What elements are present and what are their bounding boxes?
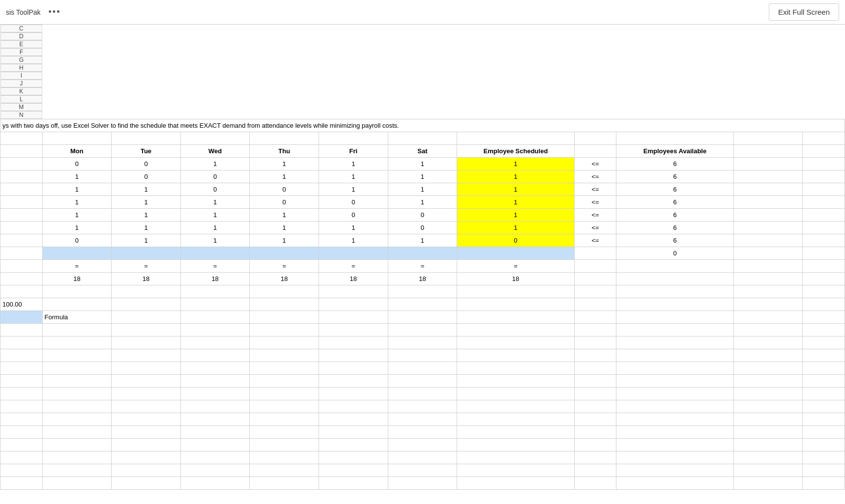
- row3-thu[interactable]: 0: [250, 183, 319, 196]
- eq-j: =: [457, 260, 574, 273]
- row1-wed[interactable]: 1: [180, 158, 250, 170]
- row4-n: [803, 196, 845, 209]
- row4-fri[interactable]: 0: [319, 196, 388, 209]
- row3-emp-sched[interactable]: 1: [457, 183, 574, 196]
- eq-n: [803, 260, 845, 273]
- row4-wed[interactable]: 1: [180, 196, 250, 209]
- row4-sat[interactable]: 1: [388, 196, 457, 209]
- blank-m: [733, 247, 803, 260]
- col-C: C: [0, 25, 43, 32]
- row2-sat[interactable]: 1: [388, 170, 457, 183]
- row7-wed[interactable]: 1: [180, 234, 250, 247]
- col-J: J: [0, 80, 43, 87]
- row3-tue[interactable]: 1: [112, 183, 181, 196]
- tot-l: [616, 273, 733, 285]
- schedule-row-1: 0 0 1 1 1 1 1 <= 6: [0, 158, 845, 170]
- row6-fri[interactable]: 1: [319, 222, 388, 234]
- row3-mon[interactable]: 1: [42, 183, 112, 196]
- tab-label[interactable]: sis ToolPak: [6, 8, 41, 16]
- formula-c: [0, 311, 43, 324]
- row4-emp-sched[interactable]: 1: [457, 196, 574, 209]
- tot-g: 18: [250, 273, 319, 285]
- row2-thu[interactable]: 1: [250, 170, 319, 183]
- row7-emp-sched[interactable]: 0: [457, 234, 574, 247]
- row2-emp-sched[interactable]: 1: [457, 170, 574, 183]
- schedule-row-2: 1 0 0 1 1 1 1 <= 6: [0, 170, 845, 183]
- description-row: ys with two days off, use Excel Solver t…: [0, 119, 845, 132]
- row2-mon[interactable]: 1: [42, 170, 112, 183]
- row5-fri[interactable]: 0: [319, 209, 388, 222]
- row7-lte: <=: [574, 234, 616, 247]
- row6-mon[interactable]: 1: [42, 222, 112, 234]
- row2-tue[interactable]: 0: [112, 170, 181, 183]
- row4-thu[interactable]: 0: [250, 196, 319, 209]
- tot-e: 18: [112, 273, 181, 285]
- row7-fri[interactable]: 1: [319, 234, 388, 247]
- row3-wed[interactable]: 0: [180, 183, 250, 196]
- description-cell: ys with two days off, use Excel Solver t…: [0, 119, 845, 132]
- row7-tue[interactable]: 1: [112, 234, 181, 247]
- formula-m: [733, 311, 803, 324]
- equals-row: = = = = = = =: [0, 260, 845, 273]
- header-n: [803, 145, 845, 158]
- row1-m: [733, 158, 803, 170]
- empty-row-10: [0, 439, 845, 451]
- blank-k: [574, 247, 616, 260]
- row7-sat[interactable]: 1: [388, 234, 457, 247]
- empty-row-5: [0, 375, 845, 388]
- eq-f: =: [180, 260, 250, 273]
- row1-mon[interactable]: 0: [42, 158, 112, 170]
- row2-wed[interactable]: 0: [180, 170, 250, 183]
- row7-c: [0, 234, 43, 247]
- schedule-row-4: 1 1 1 0 0 1 1 <= 6: [0, 196, 845, 209]
- eq-g: =: [250, 260, 319, 273]
- day-header-row: Mon Tue Wed Thu Fri Sat Employee Schedul…: [0, 145, 845, 158]
- row3-fri[interactable]: 1: [319, 183, 388, 196]
- eq-i: =: [388, 260, 457, 273]
- empty-row-3: [0, 349, 845, 362]
- row5-tue[interactable]: 1: [112, 209, 181, 222]
- row3-sat[interactable]: 1: [388, 183, 457, 196]
- row3-c: [0, 183, 43, 196]
- more-dots-icon[interactable]: •••: [49, 7, 61, 17]
- header-c: [0, 145, 43, 158]
- row2-fri[interactable]: 1: [319, 170, 388, 183]
- formula-e: [112, 311, 181, 324]
- row5-mon[interactable]: 1: [42, 209, 112, 222]
- row4-tue[interactable]: 1: [112, 196, 181, 209]
- row5-emp-sched[interactable]: 1: [457, 209, 574, 222]
- spreadsheet: C D E F G H I J K L M N ys with two days…: [0, 25, 845, 490]
- row1-tue[interactable]: 0: [112, 158, 181, 170]
- row6-sat[interactable]: 0: [388, 222, 457, 234]
- row1-thu[interactable]: 1: [250, 158, 319, 170]
- row1-fri[interactable]: 1: [319, 158, 388, 170]
- row5-sat[interactable]: 0: [388, 209, 457, 222]
- cost-j: [457, 298, 574, 311]
- blank-d: [42, 247, 112, 260]
- row5-lte: <=: [574, 209, 616, 222]
- tot-j: 18: [457, 273, 574, 285]
- tot-n: [803, 273, 845, 285]
- blank-f: [180, 247, 250, 260]
- row7-thu[interactable]: 1: [250, 234, 319, 247]
- blank-zero: 0: [616, 247, 733, 260]
- row6-emp-sched[interactable]: 1: [457, 222, 574, 234]
- row2-n: [803, 170, 845, 183]
- row6-tue[interactable]: 1: [112, 222, 181, 234]
- row7-n: [803, 234, 845, 247]
- formula-row: Formula: [0, 311, 845, 324]
- row5-thu[interactable]: 1: [250, 209, 319, 222]
- row6-thu[interactable]: 1: [250, 222, 319, 234]
- row1-emp-sched[interactable]: 1: [457, 158, 574, 170]
- row2-c: [0, 170, 43, 183]
- row5-wed[interactable]: 1: [180, 209, 250, 222]
- tot-d: 18: [42, 273, 112, 285]
- exit-fullscreen-button[interactable]: Exit Full Screen: [769, 3, 839, 21]
- row6-wed[interactable]: 1: [180, 222, 250, 234]
- header-m: [733, 145, 803, 158]
- row4-mon[interactable]: 1: [42, 196, 112, 209]
- row6-emp-avail: 6: [616, 222, 733, 234]
- row7-mon[interactable]: 0: [42, 234, 112, 247]
- row1-sat[interactable]: 1: [388, 158, 457, 170]
- row2-emp-avail: 6: [616, 170, 733, 183]
